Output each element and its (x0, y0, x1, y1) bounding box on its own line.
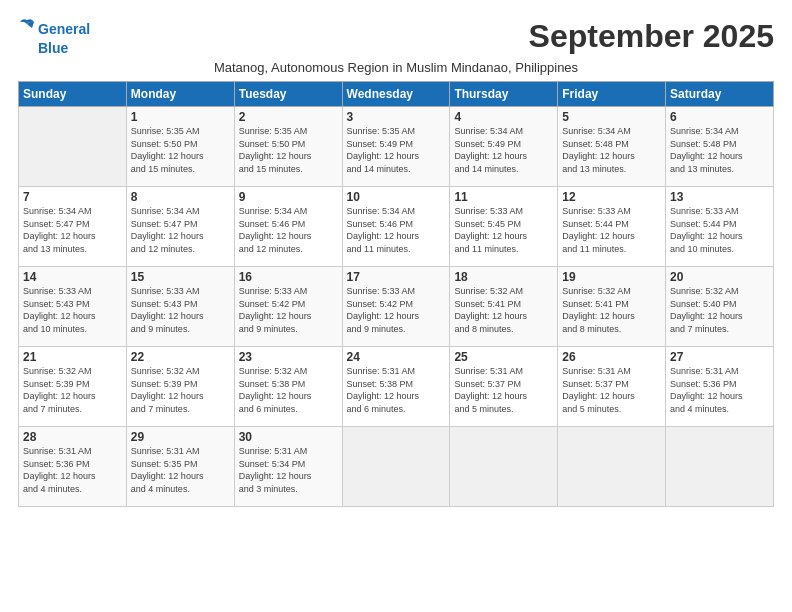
day-info: Sunrise: 5:34 AM Sunset: 5:49 PM Dayligh… (454, 125, 553, 175)
day-number: 28 (23, 430, 122, 444)
day-info: Sunrise: 5:32 AM Sunset: 5:39 PM Dayligh… (23, 365, 122, 415)
day-cell: 5Sunrise: 5:34 AM Sunset: 5:48 PM Daylig… (558, 107, 666, 187)
day-number: 29 (131, 430, 230, 444)
day-info: Sunrise: 5:32 AM Sunset: 5:38 PM Dayligh… (239, 365, 338, 415)
day-number: 16 (239, 270, 338, 284)
day-cell: 3Sunrise: 5:35 AM Sunset: 5:49 PM Daylig… (342, 107, 450, 187)
day-cell (342, 427, 450, 507)
week-row-5: 28Sunrise: 5:31 AM Sunset: 5:36 PM Dayli… (19, 427, 774, 507)
day-cell: 19Sunrise: 5:32 AM Sunset: 5:41 PM Dayli… (558, 267, 666, 347)
week-row-2: 7Sunrise: 5:34 AM Sunset: 5:47 PM Daylig… (19, 187, 774, 267)
week-row-3: 14Sunrise: 5:33 AM Sunset: 5:43 PM Dayli… (19, 267, 774, 347)
page: General Blue September 2025 Matanog, Aut… (0, 0, 792, 612)
day-cell: 29Sunrise: 5:31 AM Sunset: 5:35 PM Dayli… (126, 427, 234, 507)
day-cell: 26Sunrise: 5:31 AM Sunset: 5:37 PM Dayli… (558, 347, 666, 427)
day-info: Sunrise: 5:33 AM Sunset: 5:42 PM Dayligh… (347, 285, 446, 335)
subtitle: Matanog, Autonomous Region in Muslim Min… (18, 60, 774, 75)
day-cell: 17Sunrise: 5:33 AM Sunset: 5:42 PM Dayli… (342, 267, 450, 347)
header-tuesday: Tuesday (234, 82, 342, 107)
day-info: Sunrise: 5:33 AM Sunset: 5:42 PM Dayligh… (239, 285, 338, 335)
day-cell: 15Sunrise: 5:33 AM Sunset: 5:43 PM Dayli… (126, 267, 234, 347)
day-number: 2 (239, 110, 338, 124)
day-cell: 24Sunrise: 5:31 AM Sunset: 5:38 PM Dayli… (342, 347, 450, 427)
day-number: 22 (131, 350, 230, 364)
day-number: 14 (23, 270, 122, 284)
header-wednesday: Wednesday (342, 82, 450, 107)
day-cell: 1Sunrise: 5:35 AM Sunset: 5:50 PM Daylig… (126, 107, 234, 187)
logo-bird-icon (18, 18, 36, 40)
day-cell: 20Sunrise: 5:32 AM Sunset: 5:40 PM Dayli… (666, 267, 774, 347)
day-number: 21 (23, 350, 122, 364)
day-cell: 12Sunrise: 5:33 AM Sunset: 5:44 PM Dayli… (558, 187, 666, 267)
calendar-table: Sunday Monday Tuesday Wednesday Thursday… (18, 81, 774, 507)
day-number: 13 (670, 190, 769, 204)
header-row: Sunday Monday Tuesday Wednesday Thursday… (19, 82, 774, 107)
day-cell: 13Sunrise: 5:33 AM Sunset: 5:44 PM Dayli… (666, 187, 774, 267)
header-saturday: Saturday (666, 82, 774, 107)
day-number: 26 (562, 350, 661, 364)
day-number: 27 (670, 350, 769, 364)
day-number: 24 (347, 350, 446, 364)
day-number: 6 (670, 110, 769, 124)
day-info: Sunrise: 5:34 AM Sunset: 5:46 PM Dayligh… (239, 205, 338, 255)
day-info: Sunrise: 5:32 AM Sunset: 5:40 PM Dayligh… (670, 285, 769, 335)
day-number: 4 (454, 110, 553, 124)
day-info: Sunrise: 5:35 AM Sunset: 5:50 PM Dayligh… (239, 125, 338, 175)
week-row-1: 1Sunrise: 5:35 AM Sunset: 5:50 PM Daylig… (19, 107, 774, 187)
day-number: 18 (454, 270, 553, 284)
day-cell: 16Sunrise: 5:33 AM Sunset: 5:42 PM Dayli… (234, 267, 342, 347)
day-info: Sunrise: 5:31 AM Sunset: 5:37 PM Dayligh… (562, 365, 661, 415)
day-number: 7 (23, 190, 122, 204)
day-info: Sunrise: 5:34 AM Sunset: 5:48 PM Dayligh… (670, 125, 769, 175)
day-info: Sunrise: 5:34 AM Sunset: 5:47 PM Dayligh… (23, 205, 122, 255)
day-cell: 30Sunrise: 5:31 AM Sunset: 5:34 PM Dayli… (234, 427, 342, 507)
day-info: Sunrise: 5:33 AM Sunset: 5:44 PM Dayligh… (670, 205, 769, 255)
header: General Blue September 2025 (18, 18, 774, 56)
day-cell (666, 427, 774, 507)
day-cell: 25Sunrise: 5:31 AM Sunset: 5:37 PM Dayli… (450, 347, 558, 427)
day-cell: 18Sunrise: 5:32 AM Sunset: 5:41 PM Dayli… (450, 267, 558, 347)
day-cell: 7Sunrise: 5:34 AM Sunset: 5:47 PM Daylig… (19, 187, 127, 267)
day-info: Sunrise: 5:35 AM Sunset: 5:49 PM Dayligh… (347, 125, 446, 175)
header-thursday: Thursday (450, 82, 558, 107)
header-monday: Monday (126, 82, 234, 107)
day-info: Sunrise: 5:31 AM Sunset: 5:36 PM Dayligh… (670, 365, 769, 415)
day-cell: 28Sunrise: 5:31 AM Sunset: 5:36 PM Dayli… (19, 427, 127, 507)
day-number: 30 (239, 430, 338, 444)
day-number: 11 (454, 190, 553, 204)
day-cell: 27Sunrise: 5:31 AM Sunset: 5:36 PM Dayli… (666, 347, 774, 427)
day-info: Sunrise: 5:31 AM Sunset: 5:34 PM Dayligh… (239, 445, 338, 495)
day-info: Sunrise: 5:31 AM Sunset: 5:36 PM Dayligh… (23, 445, 122, 495)
day-cell: 8Sunrise: 5:34 AM Sunset: 5:47 PM Daylig… (126, 187, 234, 267)
day-info: Sunrise: 5:31 AM Sunset: 5:38 PM Dayligh… (347, 365, 446, 415)
day-cell (19, 107, 127, 187)
day-number: 3 (347, 110, 446, 124)
day-cell (558, 427, 666, 507)
day-cell: 23Sunrise: 5:32 AM Sunset: 5:38 PM Dayli… (234, 347, 342, 427)
header-friday: Friday (558, 82, 666, 107)
day-info: Sunrise: 5:34 AM Sunset: 5:48 PM Dayligh… (562, 125, 661, 175)
day-info: Sunrise: 5:34 AM Sunset: 5:46 PM Dayligh… (347, 205, 446, 255)
day-info: Sunrise: 5:33 AM Sunset: 5:43 PM Dayligh… (131, 285, 230, 335)
day-cell (450, 427, 558, 507)
day-number: 12 (562, 190, 661, 204)
month-title: September 2025 (529, 18, 774, 55)
day-number: 25 (454, 350, 553, 364)
day-cell: 22Sunrise: 5:32 AM Sunset: 5:39 PM Dayli… (126, 347, 234, 427)
day-info: Sunrise: 5:34 AM Sunset: 5:47 PM Dayligh… (131, 205, 230, 255)
day-number: 23 (239, 350, 338, 364)
day-cell: 14Sunrise: 5:33 AM Sunset: 5:43 PM Dayli… (19, 267, 127, 347)
day-number: 8 (131, 190, 230, 204)
day-number: 9 (239, 190, 338, 204)
day-number: 17 (347, 270, 446, 284)
day-cell: 2Sunrise: 5:35 AM Sunset: 5:50 PM Daylig… (234, 107, 342, 187)
day-info: Sunrise: 5:31 AM Sunset: 5:35 PM Dayligh… (131, 445, 230, 495)
logo-text: General Blue (18, 18, 90, 56)
day-number: 1 (131, 110, 230, 124)
day-cell: 11Sunrise: 5:33 AM Sunset: 5:45 PM Dayli… (450, 187, 558, 267)
day-cell: 10Sunrise: 5:34 AM Sunset: 5:46 PM Dayli… (342, 187, 450, 267)
day-number: 20 (670, 270, 769, 284)
week-row-4: 21Sunrise: 5:32 AM Sunset: 5:39 PM Dayli… (19, 347, 774, 427)
day-info: Sunrise: 5:32 AM Sunset: 5:41 PM Dayligh… (562, 285, 661, 335)
day-cell: 9Sunrise: 5:34 AM Sunset: 5:46 PM Daylig… (234, 187, 342, 267)
